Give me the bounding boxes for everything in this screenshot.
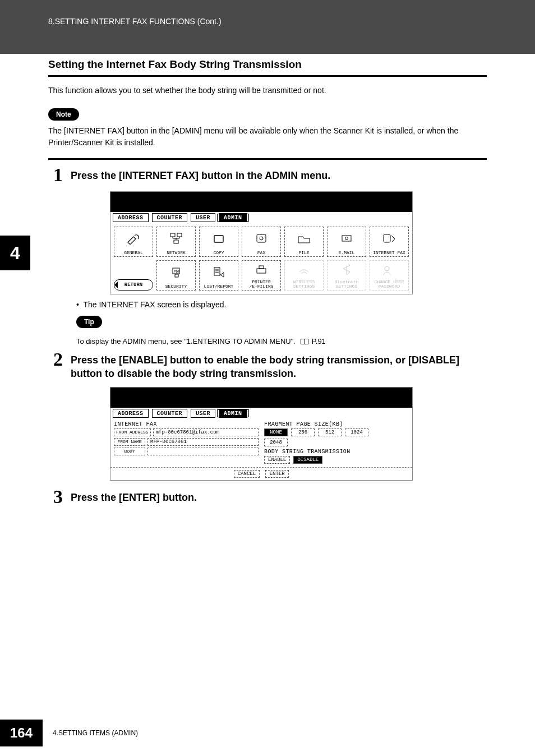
- report-icon: [200, 261, 238, 284]
- from-name-value: MFP-00C67861: [147, 438, 259, 446]
- right-title: FRAGMENT PAGE SIZE(KB): [264, 421, 409, 427]
- admin-fax-button[interactable]: FAX: [242, 227, 281, 257]
- page-number: 164: [0, 720, 43, 746]
- svg-text:PDF: PDF: [174, 270, 180, 274]
- step-2: 2 Press the [ENABLE] button to enable th…: [48, 350, 487, 381]
- svg-rect-11: [175, 274, 178, 277]
- rule: [48, 75, 487, 77]
- screen-tabs: ADDRESS COUNTER USER ADMIN: [110, 212, 412, 223]
- email-icon: [328, 227, 366, 250]
- svg-rect-4: [257, 234, 266, 242]
- body-button[interactable]: BODY: [114, 448, 145, 455]
- printer-icon: [242, 261, 280, 280]
- user-password-icon: [370, 261, 408, 280]
- frag-256-button[interactable]: 256: [291, 428, 315, 436]
- admin-printer-efiling-button[interactable]: PRINTER /E-FILING: [242, 260, 281, 291]
- pdf-lock-icon: PDF: [157, 261, 195, 284]
- tab-counter[interactable]: COUNTER: [152, 213, 188, 222]
- enable-button[interactable]: ENABLE: [264, 456, 290, 464]
- svg-point-15: [385, 266, 389, 271]
- section-intro: This function allows you to set whether …: [48, 85, 487, 96]
- chapter-side-tab: 4: [0, 236, 30, 270]
- admin-security-button[interactable]: PDF SECURITY: [156, 260, 196, 291]
- disable-button[interactable]: DISABLE: [293, 456, 322, 464]
- step-number: 3: [48, 487, 63, 506]
- from-address-value: mfp-00c67861@ifax.com: [153, 428, 259, 436]
- tab-user[interactable]: USER: [191, 409, 215, 418]
- step-number: 2: [48, 350, 63, 369]
- rule: [48, 158, 487, 160]
- book-icon: [301, 339, 308, 344]
- tab-user[interactable]: USER: [191, 213, 215, 222]
- svg-rect-2: [174, 240, 178, 243]
- admin-button-grid: GENERAL NETWORK COPY FAX: [110, 223, 412, 294]
- internet-fax-icon: [370, 227, 408, 250]
- admin-general-button[interactable]: GENERAL: [114, 227, 153, 257]
- page-footer: 164 4.SETTING ITEMS (ADMIN): [0, 710, 138, 756]
- step-3: 3 Press the [ENTER] button.: [48, 487, 487, 506]
- step-1: 1 Press the [INTERNET FAX] button in the…: [48, 165, 487, 185]
- internet-fax-settings-screenshot: ADDRESS COUNTER USER ADMIN INTERNET FAX …: [110, 387, 413, 481]
- section-title: Setting the Internet Fax Body String Tra…: [48, 58, 487, 71]
- page-header: 8.SETTING INTERNET FAX FUNCTIONS (Cont.): [0, 0, 535, 54]
- tab-admin[interactable]: ADMIN: [219, 213, 247, 222]
- admin-copy-button[interactable]: COPY: [199, 227, 238, 257]
- enter-button[interactable]: ENTER: [265, 470, 289, 478]
- tip-text: To display the ADMIN menu, see "1.ENTERI…: [76, 337, 487, 345]
- wrench-icon: [114, 227, 153, 250]
- from-address-button[interactable]: FROM ADDRESS: [114, 428, 151, 436]
- bluetooth-icon: [328, 261, 366, 280]
- fax-icon: [242, 227, 280, 250]
- admin-internet-fax-button[interactable]: INTERNET FAX: [370, 227, 409, 257]
- admin-network-button[interactable]: NETWORK: [156, 227, 196, 257]
- admin-list-report-button[interactable]: LIST/REPORT: [199, 260, 238, 291]
- cancel-button[interactable]: CANCEL: [234, 470, 260, 478]
- step-text: Press the [INTERNET FAX] button in the A…: [71, 165, 330, 182]
- frag-none-button[interactable]: NONE: [264, 428, 288, 436]
- return-button[interactable]: RETURN: [114, 279, 153, 291]
- svg-point-7: [345, 237, 348, 240]
- admin-email-button[interactable]: E-MAIL: [327, 227, 366, 257]
- tab-address[interactable]: ADDRESS: [113, 213, 149, 222]
- tab-address[interactable]: ADDRESS: [113, 409, 149, 418]
- tab-counter[interactable]: COUNTER: [152, 409, 188, 418]
- bottom-buttons: CANCEL ENTER: [110, 467, 412, 480]
- body-value: [147, 448, 259, 455]
- transmission-options: ENABLE DISABLE: [264, 456, 409, 464]
- admin-change-password-button: CHANGE USER PASSWORD: [370, 260, 409, 291]
- frag-1024-button[interactable]: 1024: [345, 428, 368, 436]
- frag-512-button[interactable]: 512: [318, 428, 342, 436]
- svg-rect-0: [170, 233, 175, 237]
- screen-tabs: ADDRESS COUNTER USER ADMIN: [110, 408, 412, 419]
- note-text: The [INTERNET FAX] button in the [ADMIN]…: [48, 125, 487, 148]
- svg-rect-14: [259, 266, 264, 269]
- tip-badge: Tip: [76, 316, 102, 328]
- network-icon: [157, 227, 195, 250]
- svg-rect-1: [177, 233, 182, 237]
- svg-rect-3: [214, 236, 223, 242]
- screen-titlebar: [110, 388, 412, 408]
- svg-point-5: [260, 237, 263, 240]
- admin-menu-screenshot: ADDRESS COUNTER USER ADMIN GENERAL NETWO…: [110, 191, 413, 294]
- admin-bluetooth-button: Bluetooth SETTINGS: [327, 260, 366, 291]
- copy-icon: [200, 227, 238, 250]
- from-name-button[interactable]: FROM NAME: [114, 438, 145, 446]
- transmission-title: BODY STRING TRANSMISSION: [264, 449, 409, 455]
- left-title: INTERNET FAX: [114, 421, 259, 427]
- step-text: Press the [ENTER] button.: [71, 487, 197, 504]
- svg-rect-13: [257, 269, 266, 273]
- footer-text: 4.SETTING ITEMS (ADMIN): [53, 729, 138, 737]
- step-text: Press the [ENABLE] button to enable the …: [71, 350, 487, 381]
- admin-file-button[interactable]: FILE: [284, 227, 324, 257]
- screen-titlebar: [110, 192, 412, 212]
- wireless-icon: [285, 261, 323, 280]
- folder-icon: [285, 227, 323, 250]
- svg-rect-6: [342, 236, 351, 241]
- tab-admin[interactable]: ADMIN: [219, 409, 247, 418]
- frag-2048-button[interactable]: 2048: [264, 439, 288, 446]
- svg-rect-12: [214, 268, 220, 275]
- step1-bullet: • The INTERNET FAX screen is displayed.: [76, 300, 487, 309]
- admin-wireless-button: WIRELESS SETTINGS: [284, 260, 324, 291]
- note-badge: Note: [48, 108, 79, 121]
- breadcrumb: 8.SETTING INTERNET FAX FUNCTIONS (Cont.): [48, 17, 222, 26]
